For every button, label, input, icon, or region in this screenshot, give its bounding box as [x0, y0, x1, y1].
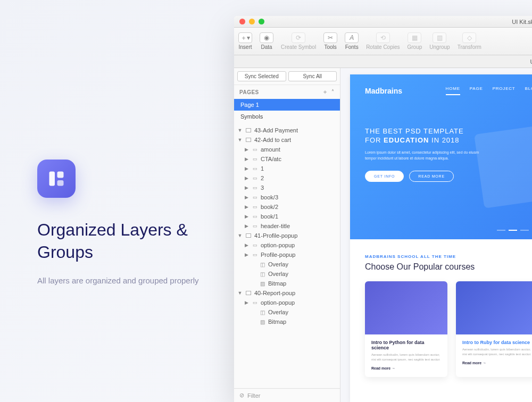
disclosure-icon[interactable]: ▼: [237, 290, 243, 296]
bitmap-icon: [259, 280, 266, 287]
disclosure-icon[interactable]: ▶: [244, 185, 249, 190]
layer-name: book/2: [261, 204, 278, 210]
carousel-dots[interactable]: [497, 230, 532, 231]
folder-icon: [251, 165, 259, 172]
layer-row[interactable]: ▼43-Add Payment: [234, 125, 340, 135]
disclosure-icon[interactable]: ▼: [237, 128, 243, 133]
layer-row[interactable]: ▶book/2: [234, 202, 340, 212]
course-thumbnail: [456, 281, 532, 334]
disclosure-icon[interactable]: ▶: [244, 300, 249, 305]
layer-row[interactable]: ▶header-title: [234, 221, 340, 231]
group-tool[interactable]: ▦Group: [408, 32, 422, 50]
layer-name: option-popup: [261, 299, 295, 306]
layer-row[interactable]: Overlay: [234, 269, 340, 279]
course-read-more[interactable]: Read more →: [371, 366, 395, 370]
promo-subtitle: All layers are organized and grouped pro…: [37, 274, 218, 288]
disclosure-icon[interactable]: ▼: [237, 137, 243, 143]
insert-tool[interactable]: ＋▾Insert: [238, 32, 252, 50]
folder-icon: [251, 213, 259, 220]
tools-tool[interactable]: ✂︎Tools: [323, 32, 337, 50]
layer-row[interactable]: ▶amount: [234, 145, 340, 154]
nav-link[interactable]: BLOG: [525, 86, 532, 95]
folder-icon: [251, 252, 259, 258]
layer-row[interactable]: ▶option-popup: [234, 298, 340, 307]
layer-row[interactable]: ▶2: [234, 173, 340, 183]
artboard-icon: [245, 127, 252, 133]
page-item[interactable]: Symbols: [234, 111, 340, 122]
create-symbol-tool[interactable]: ⟳Create Symbol: [281, 32, 316, 50]
layer-row[interactable]: Bitmap: [234, 317, 340, 326]
rotate-copies-tool[interactable]: ⟲Rotate Copies: [366, 32, 400, 50]
nav-link[interactable]: PROJECT: [493, 86, 516, 95]
ungroup-tool[interactable]: ▥Ungroup: [429, 32, 450, 50]
canvas[interactable]: Madbrains HOMEPAGEPROJECTBLOG THE BEST P…: [340, 68, 532, 402]
course-description: Aenean sollicitudin, lorem quis bibendum…: [462, 347, 532, 357]
layer-row[interactable]: ▶3: [234, 183, 340, 192]
artboard-icon: [245, 290, 252, 296]
layer-name: 1: [261, 165, 264, 172]
folder-icon: [251, 204, 259, 210]
sync-all-button[interactable]: Sync All: [288, 71, 337, 81]
zoom-window-button[interactable]: [259, 19, 264, 24]
artboard-icon: [245, 137, 252, 143]
courses-section: MADBRAINS SCHOOL ALL THE TIME Choose Our…: [350, 239, 532, 392]
folder-icon: [251, 185, 259, 191]
layer-row[interactable]: ▼41-Profile-popup: [234, 231, 340, 240]
hero-subtitle: Lorem ipsum dolor sit amet, consectetur …: [365, 149, 482, 161]
minimize-window-button[interactable]: [249, 19, 255, 24]
disclosure-icon[interactable]: ▶: [244, 195, 249, 200]
course-title: Intro to Python for data science: [371, 340, 441, 350]
disclosure-icon[interactable]: ▼: [237, 233, 243, 238]
layer-row[interactable]: ▶CTA/atc: [234, 154, 340, 164]
page-item[interactable]: Page 1: [234, 99, 340, 111]
layer-row[interactable]: ▶option-popup: [234, 240, 340, 250]
layer-name: Bitmap: [268, 280, 286, 287]
course-read-more[interactable]: Read more →: [462, 361, 486, 365]
pages-controls[interactable]: ＋ ˄: [322, 88, 335, 96]
course-card[interactable]: Intro to Python for data science Aenean …: [365, 281, 447, 377]
disclosure-icon[interactable]: ▶: [244, 214, 249, 219]
layer-name: Overlay: [268, 261, 288, 267]
layer-row[interactable]: ▶1: [234, 164, 340, 173]
sketch-app-window: UI Kit.sketch ＋▾Insert ◉Data ⟳Create Sym…: [234, 16, 532, 402]
disclosure-icon[interactable]: ▶: [244, 156, 249, 162]
toolbar: ＋▾Insert ◉Data ⟳Create Symbol ✂︎Tools AF…: [234, 28, 532, 55]
get-info-button[interactable]: GET INFO: [365, 171, 404, 182]
courses-title: Choose Our Popular courses: [365, 262, 532, 272]
folder-icon: [251, 156, 259, 162]
layer-row[interactable]: Overlay: [234, 307, 340, 317]
layer-row[interactable]: Overlay: [234, 259, 340, 269]
layer-filter[interactable]: ⊘ Filter: [234, 388, 340, 402]
disclosure-icon[interactable]: ▶: [244, 204, 249, 210]
layer-row[interactable]: ▶book/3: [234, 192, 340, 202]
layer-row[interactable]: ▼40-Report-poup: [234, 288, 340, 298]
layer-name: CTA/atc: [261, 156, 281, 162]
svg-rect-2: [57, 180, 64, 186]
svg-rect-1: [57, 172, 64, 178]
disclosure-icon[interactable]: ▶: [244, 242, 249, 248]
nav-link[interactable]: PAGE: [470, 86, 483, 95]
read-more-button[interactable]: READ MORE: [409, 171, 454, 182]
layer-row[interactable]: ▶book/1: [234, 212, 340, 221]
layer-row[interactable]: ▶Profile-popup: [234, 250, 340, 259]
nav-link[interactable]: HOME: [446, 86, 460, 95]
fonts-tool[interactable]: AFonts: [345, 32, 359, 50]
disclosure-icon[interactable]: ▶: [244, 166, 249, 171]
disclosure-icon[interactable]: ▶: [244, 252, 249, 257]
course-card[interactable]: Intro to Ruby for data science Aenean so…: [456, 281, 532, 377]
disclosure-icon[interactable]: ▶: [244, 223, 249, 229]
document-tab[interactable]: UI Kit.s: [234, 55, 532, 68]
layer-row[interactable]: Bitmap: [234, 279, 340, 288]
layer-row[interactable]: ▼42-Add to cart: [234, 135, 340, 145]
bitmap-icon: [259, 319, 266, 325]
disclosure-icon[interactable]: ▶: [244, 147, 249, 152]
layer-name: Overlay: [268, 309, 288, 315]
artboard-icon: [245, 232, 252, 239]
brand-logo[interactable]: Madbrains: [365, 87, 402, 95]
sync-selected-button[interactable]: Sync Selected: [237, 71, 286, 81]
data-tool[interactable]: ◉Data: [260, 32, 273, 50]
transform-tool[interactable]: ◇Transform: [458, 32, 481, 50]
layer-name: 2: [261, 175, 264, 181]
disclosure-icon[interactable]: ▶: [244, 175, 249, 181]
close-window-button[interactable]: [239, 19, 245, 24]
